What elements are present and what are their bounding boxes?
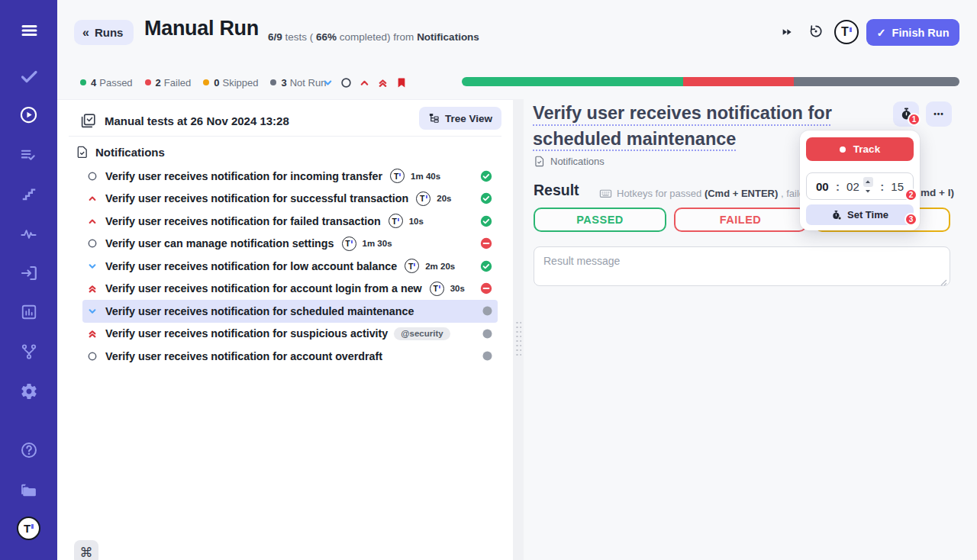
filter-high-priority-icon[interactable] [359, 77, 370, 89]
test-title: Verify user receives notification for in… [105, 170, 382, 182]
fast-forward-icon[interactable] [781, 26, 793, 38]
test-row[interactable]: Verify user receives notification for ac… [82, 278, 498, 301]
app-logo[interactable]: T [834, 20, 859, 44]
pulse-icon[interactable] [0, 226, 57, 243]
filter-bookmark-icon[interactable] [395, 76, 408, 89]
settings-gear-icon[interactable] [0, 382, 57, 401]
time-input[interactable]: 00 : 02 : 15 [806, 172, 914, 200]
import-icon[interactable] [0, 264, 57, 282]
test-row[interactable]: Verify user receives notification for lo… [82, 255, 498, 278]
test-row[interactable]: Verify user receives notification for fa… [82, 210, 498, 233]
progress-segment-failed [683, 77, 794, 86]
back-to-runs-button[interactable]: « Runs [74, 20, 134, 45]
filter-critical-priority-icon[interactable] [377, 77, 389, 89]
hotkeys-command-button[interactable]: ⌘ [74, 540, 98, 560]
tests-check-icon[interactable] [0, 67, 57, 85]
branch-icon[interactable] [0, 343, 57, 361]
set-time-button[interactable]: Set Time [806, 204, 914, 225]
analytics-icon[interactable] [0, 304, 57, 320]
status-dot-icon [80, 79, 86, 85]
filter-low-priority-icon[interactable] [322, 77, 334, 89]
back-label: Runs [95, 26, 124, 39]
failed-button[interactable]: FAILED [674, 208, 807, 232]
test-duration: 20s [437, 194, 451, 203]
divider-line [69, 136, 501, 137]
run-checklist-icon [80, 113, 96, 129]
status-passed-icon [480, 260, 492, 272]
main-area: « Runs Manual Run 6/9 tests ( 66% comple… [57, 0, 977, 560]
test-row[interactable]: Verify user can manage notification sett… [82, 233, 498, 256]
test-title: Verify user receives notification for fa… [105, 215, 381, 227]
suite-group-row[interactable]: Notifications [76, 143, 165, 161]
status-passed-icon [480, 170, 492, 182]
panel-resize-handle[interactable] [513, 99, 524, 560]
timer-badge: 1 [908, 113, 921, 126]
hotkeys-hint: Hotkeys for passed (Cmd + ENTER) , faile… [599, 187, 810, 200]
test-row[interactable]: Verify user receives notification for sc… [82, 300, 498, 323]
test-row[interactable]: Verify user receives notification for in… [82, 165, 498, 188]
status-passed-icon [480, 215, 492, 227]
suite-group-label: Notifications [95, 146, 165, 159]
testomat-logo-icon: T [416, 191, 430, 206]
test-title: Verify user receives notification for ac… [105, 282, 422, 294]
testomat-logo-icon: T [389, 214, 403, 228]
app-window: T « Runs Manual Run 6/9 tests ( 66% comp… [0, 0, 977, 560]
test-duration: 10s [409, 217, 424, 226]
high-priority-icon [86, 216, 98, 227]
test-title: Verify user receives notification for sc… [105, 305, 414, 317]
hours-value[interactable]: 00 [816, 180, 829, 193]
sidebar-app-logo[interactable]: T [17, 517, 40, 540]
source-suite: Notifications [417, 31, 479, 43]
tests-fraction: 6/9 [268, 31, 282, 43]
set-time-badge: 3 [904, 213, 917, 226]
file-icon [534, 156, 545, 167]
priority-filters [322, 76, 408, 89]
finish-run-button[interactable]: ✓ Finish Run [866, 19, 959, 46]
test-row[interactable]: Verify user receives notification for ac… [82, 345, 498, 368]
page-title: Manual Run [144, 17, 259, 40]
test-duration: 1m 40s [411, 172, 440, 181]
tree-view-button[interactable]: Tree View [419, 107, 501, 130]
test-rows: Verify user receives notification for in… [57, 165, 513, 368]
menu-icon[interactable] [0, 21, 57, 40]
detail-breadcrumb[interactable]: Notifications [534, 156, 605, 167]
suite-file-icon [76, 146, 89, 159]
low-priority-icon [86, 261, 98, 272]
more-options-button[interactable]: ••• [926, 101, 952, 127]
check-icon: ✓ [876, 27, 885, 39]
help-icon[interactable] [0, 441, 57, 459]
timer-popup: Track 00 : 02 : 15 2 Set Time 3 [800, 130, 920, 230]
testomat-logo-icon: T [390, 169, 405, 183]
low-priority-icon [86, 306, 98, 317]
minutes-stepper[interactable] [863, 176, 873, 197]
test-row[interactable]: Verify user receives notification for su… [82, 323, 498, 346]
docs-folder-icon[interactable] [0, 480, 57, 499]
status-not_run-icon [482, 329, 492, 339]
resize-grip-dots [515, 320, 521, 356]
test-tag[interactable]: @security [394, 327, 450, 340]
runs-play-icon[interactable] [0, 105, 57, 124]
restart-timer-icon[interactable] [808, 24, 824, 39]
test-plans-icon[interactable] [0, 146, 57, 164]
progress-segment-not_run [794, 77, 959, 86]
track-button[interactable]: Track [806, 137, 914, 161]
filter-normal-priority-icon[interactable] [340, 77, 352, 89]
test-row[interactable]: Verify user receives notification for su… [82, 188, 498, 211]
status-count-passed: 4Passed [80, 77, 133, 89]
steps-icon[interactable] [0, 186, 57, 203]
result-message-input[interactable] [534, 246, 950, 286]
status-not_run-icon [482, 351, 492, 361]
minutes-value[interactable]: 02 [846, 180, 859, 193]
run-progress-bar [462, 77, 959, 86]
stepper-up-icon [863, 177, 873, 187]
percent-complete: 66% [316, 31, 337, 43]
normal-priority-icon [86, 351, 98, 362]
sidebar: T [0, 0, 57, 560]
test-title: Verify user receives notification for su… [105, 192, 408, 204]
test-title: Verify user receives notification for ac… [105, 350, 382, 362]
back-chevrons-icon: « [82, 26, 89, 40]
passed-hotkey: (Cmd + ENTER) [705, 188, 778, 199]
passed-button[interactable]: PASSED [534, 208, 666, 232]
test-duration: 2m 20s [425, 262, 455, 271]
seconds-value[interactable]: 15 [891, 180, 904, 193]
